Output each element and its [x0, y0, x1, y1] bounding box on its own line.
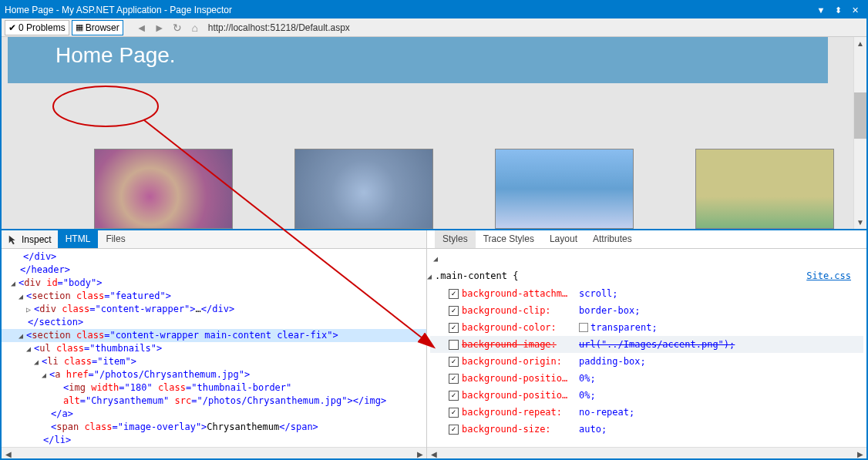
nav-back-icon[interactable]: ◄: [134, 20, 150, 35]
tree-node[interactable]: <img width="180" class="thumbnail-border…: [2, 381, 426, 395]
property-value: 0%;: [579, 387, 596, 404]
property-value: scroll;: [579, 285, 618, 302]
thumbnail-tulips[interactable]: [695, 149, 834, 229]
scroll-up-icon[interactable]: ▲: [854, 37, 866, 50]
scroll-right-icon[interactable]: ▶: [413, 448, 426, 460]
expander-icon[interactable]: ▷: [26, 303, 34, 316]
css-property-row[interactable]: background-clip:border-box;: [430, 302, 863, 319]
nav-refresh-icon[interactable]: ↻: [170, 20, 185, 35]
expander-icon[interactable]: ◢: [19, 290, 26, 303]
css-property-row[interactable]: background-attachm…scroll;: [430, 285, 863, 302]
hero-title: Home Page.: [56, 43, 176, 67]
tree-node[interactable]: </a>: [2, 408, 426, 421]
property-name: background-positio…: [462, 370, 576, 387]
css-property-row[interactable]: background-positio…0%;: [430, 387, 863, 404]
browser-tab-button[interactable]: ▦ Browser: [72, 20, 123, 35]
expander-icon[interactable]: ◢: [11, 277, 19, 290]
scroll-right-icon[interactable]: ▶: [853, 448, 866, 460]
expander-icon[interactable]: ◢: [26, 342, 34, 355]
property-checkbox[interactable]: [449, 289, 459, 299]
address-bar[interactable]: http://localhost:51218/Default.aspx: [205, 22, 350, 33]
expander-icon[interactable]: ◢: [427, 268, 435, 285]
tab-trace-styles[interactable]: Trace Styles: [476, 230, 542, 248]
expander-icon[interactable]: ◢: [19, 329, 26, 342]
thumbnail-row: [2, 149, 866, 229]
css-property-row[interactable]: background-color:transparent;: [430, 319, 863, 336]
tree-node[interactable]: ◢<ul class="thumbnails">: [2, 342, 426, 355]
styles-body[interactable]: ◢ ◢.main-content { Site.css background-a…: [427, 249, 866, 447]
scroll-thumb[interactable]: [854, 92, 866, 139]
window-close-icon[interactable]: ✕: [846, 5, 863, 15]
tree-node[interactable]: alt="Chrysanthemum" src="/photos/Chrysan…: [2, 395, 426, 408]
color-swatch: [579, 323, 588, 332]
tree-node[interactable]: ▷<div class="content-wrapper">…</div>: [2, 303, 426, 316]
css-source-link[interactable]: Site.css: [806, 267, 851, 284]
cursor-icon: [8, 234, 19, 245]
tree-node[interactable]: </header>: [2, 264, 426, 277]
tab-layout[interactable]: Layout: [542, 230, 585, 248]
tree-node[interactable]: ◢<div id="body">: [2, 277, 426, 290]
tree-node[interactable]: </li>: [2, 434, 426, 447]
css-property-row[interactable]: background-positio…0%;: [430, 370, 863, 387]
thumbnail-penguins[interactable]: [495, 149, 634, 229]
tree-node-selected[interactable]: ◢<section class="content-wrapper main-co…: [2, 329, 426, 342]
property-checkbox[interactable]: [449, 357, 459, 367]
css-property-row[interactable]: background-origin:padding-box;: [430, 353, 863, 370]
window-maximize-icon[interactable]: ⬍: [829, 5, 846, 15]
property-checkbox[interactable]: [449, 425, 459, 435]
rule-chevron-icon[interactable]: ◢: [430, 250, 863, 267]
inspect-button[interactable]: Inspect: [2, 230, 58, 248]
window-dropdown-icon[interactable]: ▼: [812, 5, 829, 15]
right-hscroll[interactable]: ◀ ▶: [427, 447, 866, 460]
tab-styles[interactable]: Styles: [435, 230, 476, 248]
tab-attributes[interactable]: Attributes: [585, 230, 640, 248]
property-value: auto;: [579, 421, 607, 438]
title-bar: Home Page - My ASP.NET Application - Pag…: [2, 2, 866, 18]
tree-node[interactable]: ◢<section class="featured">: [2, 290, 426, 303]
tree-node[interactable]: </section>: [2, 316, 426, 329]
browser-icon: ▦: [76, 22, 83, 32]
css-property-row[interactable]: background-image:url("../Images/accent.p…: [430, 336, 863, 353]
browser-preview: Home Page. ▲ ▼: [2, 37, 866, 229]
property-checkbox[interactable]: [449, 391, 459, 401]
property-checkbox[interactable]: [449, 374, 459, 384]
scroll-left-icon[interactable]: ◀: [2, 448, 15, 460]
property-value: 0%;: [579, 370, 596, 387]
problems-count: 0 Problems: [19, 22, 66, 33]
browser-label: Browser: [86, 22, 119, 33]
tab-html[interactable]: HTML: [58, 230, 99, 248]
property-value: url("../Images/accent.png");: [579, 336, 735, 353]
nav-home-icon[interactable]: ⌂: [187, 20, 203, 35]
thumbnail-chrysanthemum[interactable]: [94, 149, 233, 229]
hero-banner: Home Page.: [8, 37, 828, 83]
toolbar: ✔ 0 Problems ▦ Browser ◄ ► ↻ ⌂ http://lo…: [2, 18, 866, 37]
html-tree[interactable]: </div> </header> ◢<div id="body"> ◢<sect…: [2, 249, 426, 447]
nav-forward-icon[interactable]: ►: [152, 20, 167, 35]
property-checkbox[interactable]: [449, 340, 459, 350]
property-checkbox[interactable]: [449, 306, 459, 316]
tree-node[interactable]: </div>: [2, 250, 426, 264]
css-property-row[interactable]: background-size:auto;: [430, 421, 863, 438]
tree-node[interactable]: ◢<a href="/photos/Chrysanthemum.jpg">: [2, 368, 426, 381]
property-checkbox[interactable]: [449, 323, 459, 333]
tree-node[interactable]: <span class="image-overlay">Chrysanthemu…: [2, 421, 426, 434]
tab-files[interactable]: Files: [98, 230, 133, 248]
expander-icon[interactable]: ◢: [42, 368, 49, 381]
problems-indicator[interactable]: ✔ 0 Problems: [5, 20, 69, 35]
expander-icon[interactable]: ◢: [34, 355, 42, 368]
property-name: background-clip:: [462, 302, 576, 319]
thumbnail-koala[interactable]: [294, 149, 433, 229]
left-tab-bar: Inspect HTML Files: [2, 230, 426, 249]
property-checkbox[interactable]: [449, 408, 459, 418]
preview-scrollbar[interactable]: ▲ ▼: [853, 37, 866, 229]
left-hscroll[interactable]: ◀ ▶: [2, 447, 426, 460]
property-name: background-size:: [462, 421, 576, 438]
scroll-left-icon[interactable]: ◀: [427, 448, 440, 460]
check-icon: ✔: [8, 22, 16, 33]
css-rule-selector[interactable]: ◢.main-content {: [430, 267, 863, 285]
property-value: no-repeat;: [579, 404, 634, 421]
css-property-row[interactable]: background-repeat:no-repeat;: [430, 404, 863, 421]
tree-node[interactable]: ◢<li class="item">: [2, 355, 426, 368]
html-panel: Inspect HTML Files </div> </header> ◢<di…: [2, 230, 427, 460]
scroll-down-icon[interactable]: ▼: [854, 216, 866, 229]
